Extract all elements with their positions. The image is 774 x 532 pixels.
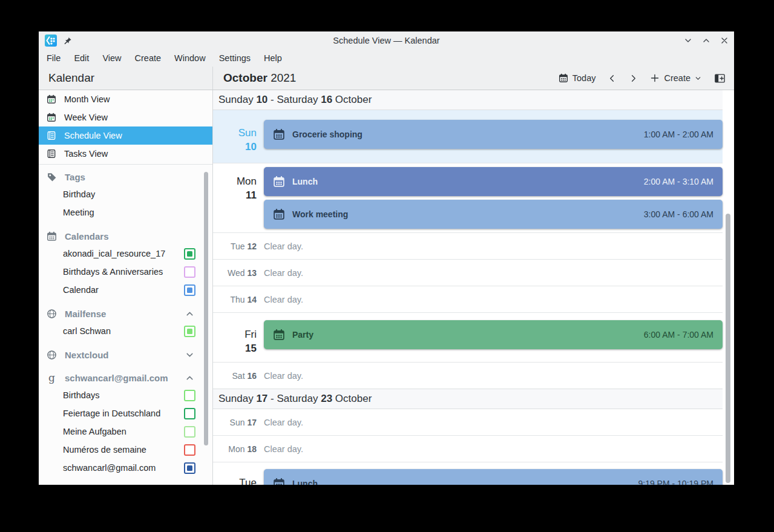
day-label: Tue 12 <box>213 241 264 251</box>
account-gmail-header[interactable]: g schwancarl@gmail.com <box>39 369 212 386</box>
calendar-icon <box>559 73 568 83</box>
tag-item-meeting[interactable]: Meeting <box>39 203 212 222</box>
day-events: Grocerie shoping 1:00 AM - 2:00 AM <box>264 120 723 153</box>
calendar-label: Birthdays & Anniversaries <box>63 267 163 277</box>
globe-icon <box>47 309 57 319</box>
sidebar-item-week-view[interactable]: Week View <box>39 108 212 126</box>
chevron-up-icon[interactable] <box>185 309 195 319</box>
calendar-checkbox[interactable] <box>184 408 195 419</box>
sidebar-scrollbar[interactable] <box>204 172 208 445</box>
menu-edit[interactable]: Edit <box>67 50 96 67</box>
checkbox-fill <box>187 329 192 334</box>
calendar-checkbox[interactable] <box>184 426 195 438</box>
menu-window[interactable]: Window <box>168 50 212 67</box>
day-row-sun-10: Sun 10 Grocerie shoping 1:00 AM - 2:00 A… <box>213 110 723 163</box>
calendar-label: Calendar <box>63 285 99 295</box>
day-label: Mon 18 <box>213 444 264 454</box>
titlebar[interactable]: Schedule View — Kalendar <box>39 31 734 50</box>
account-title: Nextcloud <box>65 350 109 360</box>
views-toggle-button[interactable] <box>714 73 726 84</box>
calendar-checkbox[interactable] <box>184 390 195 401</box>
menu-view[interactable]: View <box>96 50 128 67</box>
create-button[interactable]: Create <box>650 73 702 83</box>
calendar-icon <box>273 176 285 188</box>
day-label: Wed 13 <box>213 268 264 278</box>
event-time: 3:00 AM - 6:00 AM <box>644 209 713 219</box>
week-header: Sunday 10 - Saturday 16 October <box>213 90 723 110</box>
month-name: October <box>223 71 267 84</box>
plus-icon <box>650 73 660 83</box>
kalendar-app-icon <box>45 34 57 47</box>
calendar-item[interactable]: Feiertage in Deutschland <box>39 404 212 422</box>
day-label: Sun 10 <box>213 120 264 153</box>
event-party[interactable]: Party 6:00 AM - 7:00 AM <box>264 320 723 349</box>
next-button[interactable] <box>629 74 638 83</box>
section-title: Calendars <box>65 231 109 241</box>
day-row-thu-14: Thu 14 Clear day. <box>213 286 723 313</box>
journal-icon <box>47 131 56 140</box>
event-lunch[interactable]: Lunch 9:19 PM - 10:19 PM <box>264 469 723 485</box>
calendar-item[interactable]: akonadi_ical_resource_17 <box>39 245 212 263</box>
schedule-scrollbar[interactable] <box>726 214 730 483</box>
month-title: October 2021 <box>223 71 296 85</box>
tags-section-header[interactable]: Tags <box>39 168 212 185</box>
calendar-item[interactable]: Meine Aufgaben <box>39 422 212 441</box>
tag-item-birthday[interactable]: Birthday <box>39 185 212 203</box>
event-work-meeting[interactable]: Work meeting 3:00 AM - 6:00 AM <box>264 200 723 229</box>
year: 2021 <box>271 71 296 84</box>
calendar-item[interactable]: Numéros de semaine <box>39 441 212 459</box>
sidebar-item-tasks-view[interactable]: Tasks View <box>39 145 212 163</box>
event-time: 1:00 AM - 2:00 AM <box>644 130 713 139</box>
chevron-down-icon[interactable] <box>185 350 195 360</box>
chevron-up-icon[interactable] <box>185 373 195 383</box>
minimize-button[interactable] <box>683 36 693 45</box>
clear-day-text: Clear day. <box>264 371 303 381</box>
calendar-checkbox[interactable] <box>184 326 195 337</box>
calendar-checkbox[interactable] <box>184 248 195 260</box>
checkbox-fill <box>187 465 192 471</box>
view-label: Week View <box>64 113 108 122</box>
window-title: Schedule View — Kalendar <box>39 36 734 45</box>
calendar-label: Birthdays <box>63 390 99 400</box>
sidebar-item-month-view[interactable]: Month View <box>39 90 212 108</box>
calendar-label: schwancarl@gmail.com <box>63 463 156 473</box>
calendar-item[interactable]: Birthdays & Anniversaries <box>39 263 212 281</box>
event-title: Grocerie shoping <box>292 130 362 139</box>
event-lunch[interactable]: Lunch 2:00 AM - 3:10 AM <box>264 167 723 196</box>
menu-create[interactable]: Create <box>128 50 168 67</box>
calendar-icon <box>273 208 285 220</box>
tag-label: Meeting <box>63 208 94 217</box>
account-nextcloud-header[interactable]: Nextcloud <box>39 346 212 363</box>
calendar-item[interactable]: Calendar <box>39 281 212 299</box>
close-button[interactable] <box>720 36 729 45</box>
menu-help[interactable]: Help <box>257 50 289 67</box>
account-mailfense-header[interactable]: Mailfense <box>39 305 212 322</box>
calendars-section-header[interactable]: Calendars <box>39 228 212 245</box>
calendar-item[interactable]: carl Schwan <box>39 322 212 340</box>
clear-day-text: Clear day. <box>264 295 303 304</box>
view-label: Schedule View <box>64 131 122 140</box>
menu-file[interactable]: File <box>40 50 67 67</box>
event-title: Lunch <box>292 177 318 186</box>
calendar-item[interactable]: Birthdays <box>39 386 212 404</box>
today-button[interactable]: Today <box>559 73 596 83</box>
chevron-left-icon <box>608 74 617 83</box>
calendar-checkbox[interactable] <box>184 284 195 296</box>
window-controls <box>683 36 729 45</box>
sidebar-item-schedule-view[interactable]: Schedule View <box>39 126 212 145</box>
calendar-item[interactable]: schwancarl@gmail.com <box>39 459 212 477</box>
clear-day-text: Clear day. <box>264 241 303 251</box>
event-title: Work meeting <box>292 209 348 219</box>
event-grocerie-shoping[interactable]: Grocerie shoping 1:00 AM - 2:00 AM <box>264 120 723 149</box>
day-row-mon-18: Mon 18 Clear day. <box>213 436 723 462</box>
previous-button[interactable] <box>608 74 617 83</box>
day-label: Tue 19 <box>213 469 264 485</box>
day-label: Mon 11 <box>213 167 264 229</box>
calendar-checkbox[interactable] <box>184 462 195 474</box>
menu-settings[interactable]: Settings <box>212 50 257 67</box>
calendar-checkbox[interactable] <box>184 444 195 456</box>
calendar-checkbox[interactable] <box>184 266 195 278</box>
pin-icon[interactable] <box>63 36 72 45</box>
window-body: Month View Week View Schedule View Tasks… <box>39 90 734 485</box>
maximize-button[interactable] <box>701 36 711 45</box>
